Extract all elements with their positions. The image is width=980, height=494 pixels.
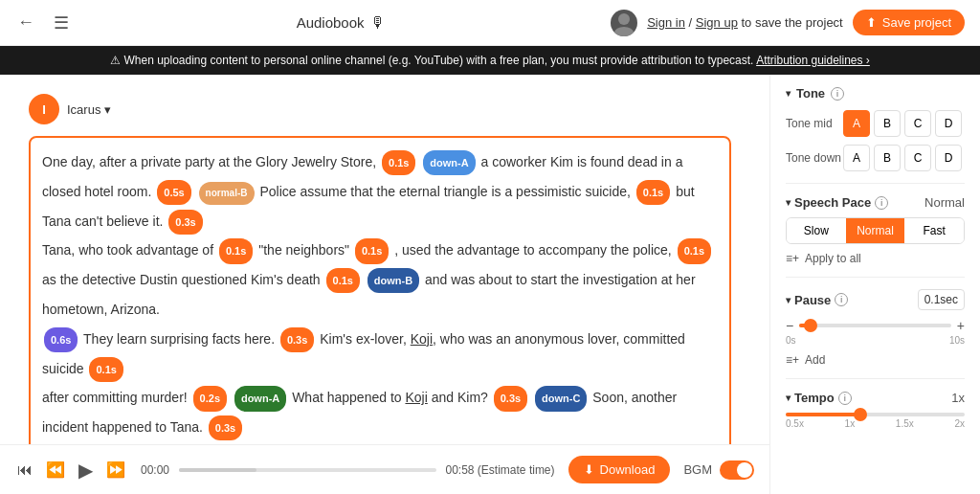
text-segment: They learn surprising facts here. (83, 331, 275, 347)
tempo-value: 1x (951, 391, 965, 405)
tag-time-11[interactable]: 0.1s (89, 357, 122, 382)
add-pause-row[interactable]: ≡+ Add (786, 353, 965, 367)
author-avatar: I (29, 94, 59, 124)
tone-down-row: Tone down A B C D (786, 145, 965, 171)
tag-down-c[interactable]: down-C (535, 386, 587, 411)
tempo-labels: 0.5x 1x 1.5x 2x (786, 418, 965, 429)
download-button[interactable]: ⬇ Download (568, 456, 671, 483)
tempo-slider-fill (786, 413, 858, 416)
tag-down-b[interactable]: down-B (368, 268, 419, 293)
text-block[interactable]: One day, after a private party at the Gl… (29, 136, 731, 444)
topbar: ← ☰ Audiobook 🎙 Sign in / Sign up to sav… (0, 0, 980, 46)
tone-down-label: Tone down (786, 151, 843, 165)
tone-mid-row: Tone mid A B C D (786, 110, 965, 137)
tone-mid-b-button[interactable]: B (874, 110, 901, 137)
pause-slider-track-container[interactable] (799, 324, 951, 327)
pace-buttons: Slow Normal Fast (786, 217, 965, 244)
play-button[interactable]: ▶ (77, 457, 95, 483)
save-project-button[interactable]: ⬆ Save project (853, 10, 965, 35)
text-segment: , used the advantage to accompany the po… (394, 242, 672, 258)
tag-time-3[interactable]: 0.1s (636, 180, 670, 205)
tempo-label-1x: 1x (845, 418, 856, 429)
tag-time-6[interactable]: 0.1s (355, 238, 389, 263)
tag-time-8[interactable]: 0.1s (326, 268, 360, 293)
tag-time-12[interactable]: 0.2s (193, 386, 227, 411)
apply-all-row[interactable]: ≡+ Apply to all (786, 252, 965, 265)
tag-time-14[interactable]: 0.3s (209, 415, 242, 440)
tag-time-7[interactable]: 0.1s (678, 238, 711, 263)
warning-bar: ⚠ When uploading content to personal onl… (0, 46, 980, 75)
tone-mid-d-button[interactable]: D (935, 110, 962, 137)
progress-track[interactable] (179, 468, 435, 472)
bgm-toggle[interactable] (720, 460, 754, 480)
sign-up-link[interactable]: Sign up (696, 15, 738, 30)
pause-slider-thumb[interactable] (804, 319, 817, 332)
apply-all-icon: ≡+ (786, 252, 799, 265)
text-segment: "the neighbors" (258, 242, 349, 258)
tag-down-a-2[interactable]: down-A (234, 386, 286, 411)
text-segment: after committing murder! (42, 390, 188, 405)
tag-time-13[interactable]: 0.3s (494, 386, 527, 411)
add-pause-icon: ≡+ (786, 353, 799, 367)
skip-back-start-button[interactable]: ⏮ (15, 460, 34, 481)
tone-down-b-button[interactable]: B (874, 145, 901, 171)
progress-fill (179, 468, 256, 472)
player-controls: ⏮ ⏪ ▶ ⏩ (15, 457, 127, 483)
tone-section-header: ▾ Tone i (786, 86, 965, 101)
pause-increase-button[interactable]: + (957, 318, 965, 333)
author-name[interactable]: Icarus ▾ (67, 102, 111, 117)
tone-down-a-button[interactable]: A (843, 145, 870, 171)
tempo-label-15x: 1.5x (896, 418, 914, 429)
pace-fast-button[interactable]: Fast (904, 218, 964, 243)
tempo-label-2x: 2x (954, 418, 965, 429)
tempo-slider-container[interactable] (786, 413, 965, 416)
tone-down-c-button[interactable]: C (904, 145, 931, 171)
pause-slider-track (799, 324, 951, 327)
tone-arrow: ▾ (786, 88, 791, 99)
pace-label: Speech Pace (794, 195, 871, 210)
avatar (611, 10, 637, 36)
tag-time-2[interactable]: 0.5s (157, 180, 190, 205)
dropdown-arrow-icon: ▾ (104, 102, 111, 117)
tag-time-5[interactable]: 0.1s (219, 238, 253, 263)
tone-down-d-button[interactable]: D (935, 145, 962, 171)
player-bar: ⏮ ⏪ ▶ ⏩ 00:00 00:58 (Estimate time) ⬇ Do… (0, 444, 769, 494)
tempo-info-icon: i (838, 392, 852, 405)
tempo-header: ▾ Tempo i 1x (786, 391, 965, 405)
pause-max-label: 10s (949, 335, 965, 346)
tag-time-10[interactable]: 0.3s (280, 327, 314, 352)
pace-normal-button[interactable]: Normal (846, 218, 905, 243)
pause-section: ▾ Pause i 0.1sec − + 0s 10s (786, 289, 965, 367)
menu-button[interactable]: ☰ (52, 11, 71, 35)
pause-slider-labels: 0s 10s (786, 335, 965, 346)
tempo-label-05x: 0.5x (786, 418, 804, 429)
skip-forward-button[interactable]: ⏩ (104, 459, 127, 481)
tag-time-9[interactable]: 0.6s (44, 327, 78, 352)
tempo-slider-thumb[interactable] (854, 408, 867, 421)
project-title: Audiobook (297, 14, 365, 31)
svg-point-0 (618, 13, 630, 25)
sign-in-link[interactable]: Sign in (647, 15, 685, 30)
skip-back-button[interactable]: ⏪ (44, 459, 67, 481)
tone-down-buttons: A B C D (843, 145, 962, 171)
add-pause-label: Add (805, 353, 825, 367)
attribution-link[interactable]: Attribution guidelines › (756, 54, 870, 67)
tag-time-1[interactable]: 0.1s (382, 150, 415, 175)
tone-mid-c-button[interactable]: C (904, 110, 931, 137)
tempo-label: Tempo (794, 391, 835, 405)
tone-mid-a-button[interactable]: A (843, 110, 870, 137)
warning-text: ⚠ When uploading content to personal onl… (110, 54, 753, 67)
tag-normal-b[interactable]: normal-B (199, 182, 255, 205)
tag-down-a-1[interactable]: down-A (423, 150, 475, 175)
pause-value: 0.1sec (918, 289, 965, 310)
pause-info-icon: i (835, 293, 848, 306)
toggle-thumb (737, 462, 752, 478)
pace-arrow: ▾ (786, 197, 791, 208)
tone-mid-buttons: A B C D (843, 110, 962, 137)
tempo-section: ▾ Tempo i 1x 0.5x 1x 1.5x 2x (786, 391, 965, 429)
pause-decrease-button[interactable]: − (786, 318, 793, 333)
tag-time-4[interactable]: 0.3s (168, 210, 202, 235)
tone-label: Tone (796, 86, 825, 101)
pace-slow-button[interactable]: Slow (787, 218, 846, 243)
back-button[interactable]: ← (15, 11, 36, 34)
